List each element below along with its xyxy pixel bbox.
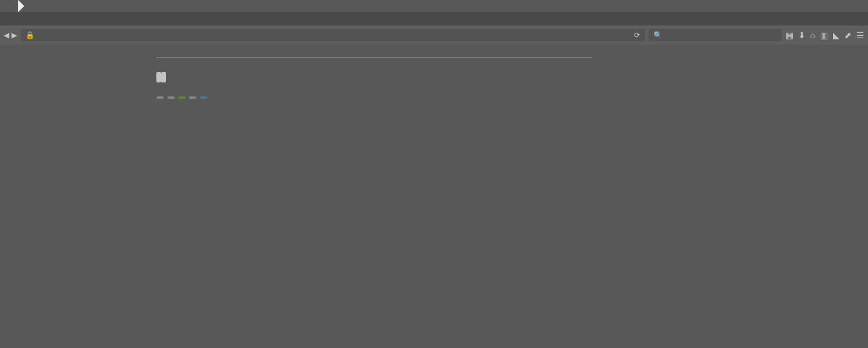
session-badge-arrow <box>18 0 24 12</box>
terminal-overlay <box>0 0 868 348</box>
tmux-status-bar <box>0 0 868 12</box>
